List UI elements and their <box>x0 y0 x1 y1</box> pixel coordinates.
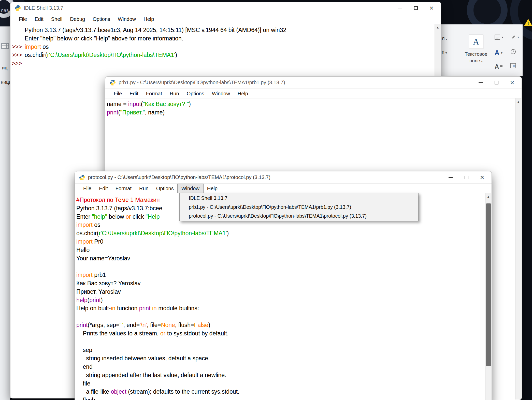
prb1-menu-run[interactable]: Run <box>166 89 183 98</box>
prb1-close-button[interactable]: × <box>504 77 520 89</box>
prb1-menu-help[interactable]: Help <box>234 89 252 98</box>
code-line: >>> <box>10 59 435 68</box>
prb1-scrollbar[interactable]: ▲ <box>515 98 521 399</box>
code-line: import Pr0 <box>76 238 485 246</box>
warning-exclamation: ! <box>527 21 529 26</box>
protocol-minimize-button[interactable] <box>443 171 458 184</box>
protocol-editor-area[interactable]: #Протокол по Теме 1 МамакинPython 3.13.7… <box>75 193 485 400</box>
protocol-menu-options[interactable]: Options <box>152 184 178 193</box>
prb1-titlebar[interactable]: prb1.py - C:\Users\uprkt\Desktop\ПО\pyth… <box>105 77 522 89</box>
signature-line-icon[interactable]: ▾ <box>510 35 519 40</box>
background-left-strip: иц ницы <box>0 26 10 400</box>
window-title: prb1.py - C:\Users\uprkt\Desktop\ПО\pyth… <box>119 80 285 85</box>
code-line: import prb1 <box>76 271 485 279</box>
protocol-menubar: FileEditFormatRunOptionsWindowHelp <box>75 184 492 193</box>
prb1-minimize-button[interactable] <box>473 77 488 89</box>
prb1-menu-edit[interactable]: Edit <box>126 89 142 98</box>
protocol-menu-edit[interactable]: Edit <box>95 184 111 193</box>
wordart-letter: A <box>495 49 499 57</box>
protocol-menu-help[interactable]: Help <box>203 184 221 193</box>
prb1-menu-window[interactable]: Window <box>208 89 234 98</box>
object-icon[interactable] <box>510 63 516 68</box>
prb1-menu-format[interactable]: Format <box>142 89 166 98</box>
shell-prompt: >>> <box>10 51 25 59</box>
shell-menu-options[interactable]: Options <box>89 14 114 24</box>
drop-cap-icon[interactable]: A <box>495 63 502 70</box>
shell-menu-debug[interactable]: Debug <box>66 14 89 24</box>
wordart-icon[interactable]: A ▾ <box>495 49 502 57</box>
shell-menu-edit[interactable]: Edit <box>31 14 47 24</box>
shell-menubar: FileEditShellDebugOptionsWindowHelp <box>10 14 441 24</box>
code-line: print("Привет,", name) <box>107 108 515 117</box>
protocol-menu-run[interactable]: Run <box>135 184 152 193</box>
window-title: IDLE Shell 3.13.7 <box>24 5 63 11</box>
code-line: file <box>76 379 485 388</box>
code-line: sep <box>76 346 485 354</box>
code-line <box>76 313 485 321</box>
code-line: Help on built-in function print in modul… <box>76 304 485 313</box>
ribbon-group-separator <box>491 27 491 73</box>
protocol-menu-window[interactable]: Window <box>178 184 203 193</box>
maximize-icon <box>465 176 468 179</box>
word-ribbon-fragment: л▾ п▾ A Текстовое поле▾ ▾ ▾ A ▾ A <box>430 24 523 76</box>
code-line: string inserted between values, default … <box>76 354 485 363</box>
ribbon-dropdown-fragment-2[interactable]: п▾ <box>442 49 447 55</box>
prb1-menubar: FileEditFormatRunOptionsWindowHelp <box>105 89 522 98</box>
background-text-fragment-bottom: ницы <box>1 79 10 85</box>
shell-menu-file[interactable]: File <box>15 14 31 24</box>
code-line: Привет, Yaroslav <box>76 288 485 296</box>
scroll-up-icon[interactable]: ▲ <box>517 100 520 399</box>
code-line: a file-like object (stream); defaults to… <box>76 388 485 396</box>
shell-minimize-button[interactable] <box>392 2 408 14</box>
shell-menu-shell[interactable]: Shell <box>47 14 66 24</box>
window-menu-item-idle-shell-3-13-7[interactable]: IDLE Shell 3.13.7 <box>180 194 418 203</box>
code-line: Hello <box>76 246 485 254</box>
protocol-menu-file[interactable]: File <box>79 184 95 193</box>
chevron-down-icon: ▾ <box>501 51 502 55</box>
chevron-down-icon: ▾ <box>502 35 503 39</box>
protocol-scrollbar[interactable]: ▲ <box>485 193 491 400</box>
shell-prompt: >>> <box>10 59 25 68</box>
protocol-maximize-button[interactable] <box>458 171 474 184</box>
code-line: import os <box>76 221 485 229</box>
background-text-fragment-mid: иц <box>2 65 8 71</box>
minimize-icon <box>398 8 402 8</box>
shell-menu-help[interactable]: Help <box>140 14 158 24</box>
prb1-maximize-button[interactable] <box>488 77 504 89</box>
code-line: Enter "help" below or click "Help" above… <box>10 34 435 43</box>
background-text-fragment-top: лав <box>1 8 9 13</box>
ribbon-fragment-label-1: л <box>442 36 445 41</box>
drop-cap-letter: A <box>495 63 499 70</box>
shell-close-button[interactable]: × <box>424 2 439 14</box>
prb1-menu-file[interactable]: File <box>110 89 126 98</box>
code-line: help(print) <box>76 296 485 304</box>
protocol-titlebar[interactable]: protocol.py - C:\Users\uprkt\Desktop\ПО\… <box>75 171 492 184</box>
window-menu-item-protocol-py-c-users-uprkt-desktop-python[interactable]: protocol.py - C:\Users\uprkt\Desktop\ПО\… <box>180 212 418 220</box>
code-line: Your name=Yaroslav <box>76 254 485 263</box>
code-line: Python 3.13.7 (tags/v3.13.7:bcee1c3, Aug… <box>10 26 435 34</box>
table-icon <box>1 43 9 49</box>
prb1-menu-options[interactable]: Options <box>183 89 208 98</box>
text-box-button[interactable]: A Текстовое поле▾ <box>463 35 490 65</box>
chevron-down-icon: ▾ <box>445 51 447 55</box>
code-line: print(*args, sep=' ', end='\n', file=Non… <box>76 321 485 329</box>
window-menu-item-prb1-py-c-users-uprkt-desktop-python-lab[interactable]: prb1.py - C:\Users\uprkt\Desktop\ПО\pyth… <box>180 203 418 212</box>
chevron-down-icon: ▾ <box>481 60 483 63</box>
ribbon-dropdown-fragment-1[interactable]: л▾ <box>442 36 447 41</box>
chevron-down-icon: ▾ <box>446 37 447 41</box>
python-icon <box>79 174 85 181</box>
protocol-close-button[interactable]: × <box>474 171 490 184</box>
protocol-menu-format[interactable]: Format <box>112 184 135 193</box>
date-time-icon[interactable] <box>510 49 516 54</box>
ribbon-text-group-icons: ▾ ▾ A ▾ A <box>495 35 523 75</box>
ribbon-fragment-label-2: п <box>442 49 444 55</box>
scrollbar-thumb[interactable] <box>486 203 491 366</box>
code-line: string appended after the last value, de… <box>76 371 485 379</box>
shell-titlebar[interactable]: IDLE Shell 3.13.7 × <box>10 2 441 14</box>
minimize-icon <box>479 82 483 83</box>
close-icon: × <box>510 79 514 86</box>
quick-parts-icon[interactable]: ▾ <box>495 35 503 40</box>
shell-menu-window[interactable]: Window <box>114 14 140 24</box>
text-box-icon: A <box>469 35 483 49</box>
shell-maximize-button[interactable] <box>408 2 424 14</box>
